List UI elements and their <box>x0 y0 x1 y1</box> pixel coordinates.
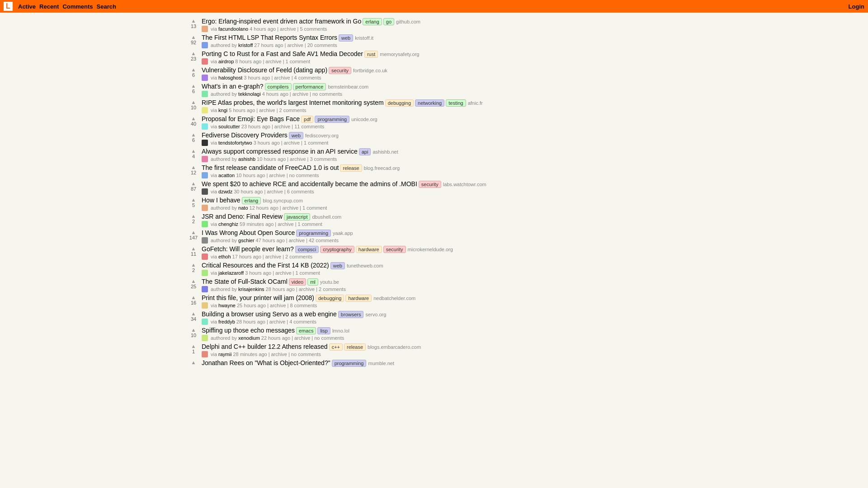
upvote-button[interactable]: ▲ <box>191 149 196 154</box>
user-link[interactable]: halosghost <box>218 75 242 80</box>
tag-cryptography[interactable]: cryptography <box>320 246 354 253</box>
upvote-button[interactable]: ▲ <box>191 360 196 365</box>
tag-go[interactable]: go <box>383 18 394 25</box>
story-title[interactable]: JSR and Deno: Final Review <box>202 213 283 220</box>
upvote-button[interactable]: ▲ <box>191 279 196 284</box>
upvote-button[interactable]: ▲ <box>191 100 196 105</box>
story-title[interactable]: GoFetch: Will people ever learn? <box>202 245 294 253</box>
login-button[interactable]: Login <box>849 3 864 10</box>
archive-link[interactable]: archive <box>269 319 285 324</box>
tag-release[interactable]: release <box>340 164 362 172</box>
archive-link[interactable]: archive <box>289 238 305 243</box>
archive-link[interactable]: archive <box>275 270 291 276</box>
upvote-button[interactable]: ▲ <box>191 19 196 23</box>
archive-link[interactable]: archive <box>299 286 315 292</box>
user-link[interactable]: acatton <box>218 173 235 178</box>
story-title[interactable]: What's in an e-graph? <box>202 83 264 90</box>
archive-link[interactable]: archive <box>270 303 286 308</box>
nav-item-search[interactable]: Search <box>97 3 116 10</box>
tag-programming[interactable]: programming <box>315 116 349 123</box>
tag-compsci[interactable]: compsci <box>295 246 319 253</box>
upvote-button[interactable]: ▲ <box>191 328 196 333</box>
comments-link[interactable]: no comments <box>314 335 344 341</box>
user-link[interactable]: soulcutter <box>218 124 240 129</box>
tag-api[interactable]: api <box>359 148 371 155</box>
tag-debugging[interactable]: debugging <box>316 295 344 302</box>
archive-link[interactable]: archive <box>290 156 306 162</box>
story-title[interactable]: Proposal for Emoji: Eye Bags Face <box>202 115 300 122</box>
tag-ml[interactable]: ml <box>307 278 318 286</box>
comments-link[interactable]: 1 comment <box>295 270 320 276</box>
tag-compilers[interactable]: compilers <box>265 83 292 90</box>
user-link[interactable]: hwayne <box>218 303 236 308</box>
story-title[interactable]: We spent $20 to achieve RCE and accident… <box>202 180 417 188</box>
tag-web[interactable]: web <box>339 34 353 42</box>
tag-video[interactable]: video <box>289 278 306 286</box>
archive-link[interactable]: archive <box>267 189 283 194</box>
tag-testing[interactable]: testing <box>446 99 466 107</box>
comments-link[interactable]: 20 comments <box>307 42 337 48</box>
story-title[interactable]: Spiffing up those echo messages <box>202 327 295 334</box>
upvote-button[interactable]: ▲ <box>191 51 196 56</box>
user-link[interactable]: xenodium <box>238 335 260 341</box>
archive-link[interactable]: archive <box>271 352 287 357</box>
story-title[interactable]: Vulnerability Disclosure of Feeld (datin… <box>202 66 327 74</box>
archive-link[interactable]: archive <box>292 91 308 97</box>
tag-security[interactable]: security <box>329 67 351 74</box>
comments-link[interactable]: 6 comments <box>287 189 314 194</box>
user-link[interactable]: kngi <box>218 108 227 113</box>
tag-programming[interactable]: programming <box>296 230 331 237</box>
user-link[interactable]: kristoff <box>238 42 253 48</box>
tag-c++[interactable]: c++ <box>329 343 343 351</box>
tag-debugging[interactable]: debugging <box>385 99 414 107</box>
upvote-button[interactable]: ▲ <box>191 197 196 202</box>
tag-emacs[interactable]: emacs <box>296 327 316 334</box>
user-link[interactable]: dzwdz <box>218 189 232 194</box>
upvote-button[interactable]: ▲ <box>191 67 196 72</box>
tag-erlang[interactable]: erlang <box>242 197 261 204</box>
user-link[interactable]: nato <box>238 205 248 211</box>
user-link[interactable]: gschier <box>238 238 254 243</box>
comments-link[interactable]: 1 comment <box>298 221 322 227</box>
story-title[interactable]: Porting C to Rust for a Fast and Safe AV… <box>202 50 363 57</box>
archive-link[interactable]: archive <box>269 173 285 178</box>
tag-security[interactable]: security <box>383 246 406 253</box>
story-title[interactable]: I Was Wrong About Open Source <box>202 229 295 236</box>
story-title[interactable]: Always support compressed response in an… <box>202 148 358 155</box>
story-title[interactable]: The first release candidate of FreeCAD 1… <box>202 164 339 171</box>
comments-link[interactable]: 42 comments <box>309 238 339 243</box>
archive-link[interactable]: archive <box>265 254 281 259</box>
upvote-button[interactable]: ▲ <box>191 165 196 170</box>
comments-link[interactable]: 3 comments <box>310 156 337 162</box>
upvote-button[interactable]: ▲ <box>191 311 196 316</box>
tag-web[interactable]: web <box>330 262 345 269</box>
story-title[interactable]: How I behave <box>202 197 241 204</box>
story-title[interactable]: Jonathan Rees on "What is Object-Oriente… <box>202 359 330 366</box>
user-link[interactable]: freddyb <box>218 319 235 324</box>
story-title[interactable]: Fediverse Discovery Providers <box>202 131 288 139</box>
tag-lisp[interactable]: lisp <box>317 327 330 334</box>
nav-item-recent[interactable]: Recent <box>39 3 59 10</box>
tag-javascript[interactable]: javascript <box>284 213 310 221</box>
comments-link[interactable]: 5 comments <box>300 26 327 32</box>
tag-networking[interactable]: networking <box>415 99 444 107</box>
user-link[interactable]: airdrop <box>218 59 234 64</box>
archive-link[interactable]: archive <box>274 75 290 80</box>
comments-link[interactable]: 1 comment <box>286 59 310 64</box>
upvote-button[interactable]: ▲ <box>191 35 196 40</box>
story-title[interactable]: Ergo: Erlang-inspired event driven actor… <box>202 18 361 25</box>
archive-link[interactable]: archive <box>283 205 298 211</box>
user-link[interactable]: ethoh <box>218 254 231 259</box>
upvote-button[interactable]: ▲ <box>191 230 196 235</box>
comments-link[interactable]: 11 comments <box>294 124 324 129</box>
comments-link[interactable]: 2 comments <box>279 108 307 113</box>
tag-release[interactable]: release <box>344 343 366 351</box>
comments-link[interactable]: no comments <box>291 352 321 357</box>
tag-hardware[interactable]: hardware <box>356 246 382 253</box>
user-link[interactable]: jakelazaroff <box>218 270 244 276</box>
user-link[interactable]: raymii <box>218 352 231 357</box>
story-title[interactable]: The State of Full-Stack OCaml <box>202 278 288 285</box>
upvote-button[interactable]: ▲ <box>191 263 196 267</box>
comments-link[interactable]: no comments <box>312 91 342 97</box>
tag-erlang[interactable]: erlang <box>363 18 382 25</box>
